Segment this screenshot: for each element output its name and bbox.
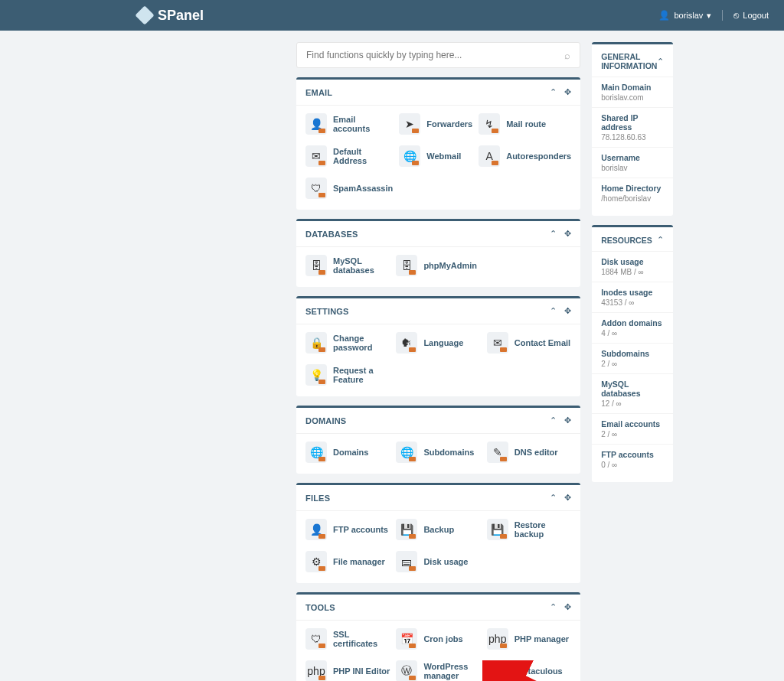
item-ftp-accounts[interactable]: 👤FTP accounts (305, 519, 390, 540)
user-menu[interactable]: 👤 borislav ▾ (658, 10, 711, 21)
collapse-icon[interactable]: ⌃ (550, 602, 557, 612)
item-default-address[interactable]: ✉Default Address (305, 145, 393, 167)
envelope-icon: ✉ (305, 145, 327, 167)
move-icon[interactable]: ✥ (564, 493, 571, 503)
database-icon: 🗄 (305, 255, 327, 276)
auto-icon: A (479, 145, 500, 167)
item-domains[interactable]: 🌐Domains (305, 442, 390, 463)
row-mysql-dbs: MySQL databases12 / ∞ (592, 373, 673, 413)
header-actions: 👤 borislav ▾ ⎋ Logout (658, 10, 769, 21)
sub-globe-icon: 🌐 (396, 442, 417, 463)
softaculous-icon: ▣ (487, 660, 508, 681)
wordpress-icon: Ⓦ (396, 660, 417, 681)
header: SPanel 👤 borislav ▾ ⎋ Logout (0, 0, 784, 31)
panel-databases: DATABASES ⌃✥ 🗄MySQL databases 🗄phpMyAdmi… (296, 219, 580, 287)
mail-icon: ✉ (487, 332, 508, 354)
collapse-icon[interactable]: ⌃ (657, 235, 664, 245)
collapse-icon[interactable]: ⌃ (550, 87, 557, 97)
item-mysql-databases[interactable]: 🗄MySQL databases (305, 255, 390, 276)
item-cron-jobs[interactable]: 📅Cron jobs (396, 628, 480, 650)
shield-icon: 🛡 (305, 178, 327, 199)
brand-text: SPanel (158, 8, 204, 24)
move-icon[interactable]: ✥ (564, 306, 571, 316)
item-mail-route[interactable]: ↯Mail route (479, 113, 571, 135)
item-webmail[interactable]: 🌐Webmail (399, 145, 472, 167)
panel-title: TOOLS (305, 603, 335, 612)
row-ftp-accounts: FTP accounts0 / ∞ (592, 444, 673, 474)
item-ssl-certificates[interactable]: 🛡SSL certificates (305, 628, 390, 650)
row-home-dir: Home Directory/home/borislav (592, 178, 673, 208)
panel-title: DATABASES (305, 230, 358, 239)
panel-email: EMAIL ⌃ ✥ 👤Email accounts ➤Forwarders ↯M… (296, 77, 580, 210)
edit-icon: ✎ (487, 442, 508, 463)
chevron-down-icon: ▾ (707, 11, 711, 21)
lock-icon: 🔒 (305, 332, 327, 354)
item-request-feature[interactable]: 💡Request a Feature (305, 364, 390, 386)
language-icon: 🗣 (396, 332, 417, 354)
panel-title: FILES (305, 494, 330, 503)
row-username: Usernameborislav (592, 147, 673, 178)
php-icon: php (487, 628, 508, 650)
panel-settings: SETTINGS ⌃✥ 🔒Change password 🗣Language ✉… (296, 296, 580, 396)
backup-icon: 💾 (396, 519, 417, 540)
collapse-icon[interactable]: ⌃ (550, 415, 557, 425)
move-icon[interactable]: ✥ (564, 229, 571, 239)
item-file-manager[interactable]: ⚙File manager (305, 551, 390, 572)
globe-mail-icon: 🌐 (399, 145, 420, 167)
row-main-domain: Main Domainborislav.com (592, 77, 673, 107)
item-php-ini-editor[interactable]: phpPHP INI Editor (305, 660, 390, 681)
row-email-accounts: Email accounts2 / ∞ (592, 413, 673, 444)
item-language[interactable]: 🗣Language (396, 332, 480, 354)
phpmyadmin-icon: 🗄 (396, 255, 417, 276)
move-icon[interactable]: ✥ (564, 87, 571, 97)
separator (722, 10, 723, 21)
panel-header: EMAIL ⌃ ✥ (296, 80, 580, 106)
collapse-icon[interactable]: ⌃ (550, 229, 557, 239)
search-box[interactable]: ⌕ (296, 42, 580, 68)
item-restore-backup[interactable]: 💾Restore backup (487, 519, 571, 540)
move-icon[interactable]: ✥ (564, 415, 571, 425)
item-wordpress-manager[interactable]: ⓌWordPress manager (396, 660, 480, 681)
collapse-icon[interactable]: ⌃ (550, 306, 557, 316)
search-input[interactable] (306, 50, 564, 60)
item-softaculous[interactable]: ▣Softaculous (487, 660, 571, 681)
disk-icon: 🖴 (396, 551, 417, 572)
ftp-icon: 👤 (305, 519, 327, 540)
collapse-icon[interactable]: ⌃ (657, 57, 664, 67)
logout-label: Logout (743, 11, 769, 20)
panel-title: DOMAINS (305, 416, 346, 425)
route-icon: ↯ (479, 113, 500, 135)
side-title: RESOURCES (601, 236, 652, 245)
item-contact-email[interactable]: ✉Contact Email (487, 332, 571, 354)
item-disk-usage[interactable]: 🖴Disk usage (396, 551, 480, 572)
row-addon-domains: Addon domains4 / ∞ (592, 312, 673, 343)
item-phpmyadmin[interactable]: 🗄phpMyAdmin (396, 255, 480, 276)
panel-title: SETTINGS (305, 307, 349, 316)
logout-icon: ⎋ (733, 10, 739, 21)
item-subdomains[interactable]: 🌐Subdomains (396, 442, 480, 463)
collapse-icon[interactable]: ⌃ (550, 493, 557, 503)
item-php-manager[interactable]: phpPHP manager (487, 628, 571, 650)
brand: SPanel (138, 8, 204, 24)
search-icon: ⌕ (564, 50, 570, 61)
item-backup[interactable]: 💾Backup (396, 519, 480, 540)
item-dns-editor[interactable]: ✎DNS editor (487, 442, 571, 463)
globe-icon: 🌐 (305, 442, 327, 463)
logout-link[interactable]: ⎋ Logout (733, 10, 769, 21)
move-icon[interactable]: ✥ (564, 602, 571, 612)
item-spamassassin[interactable]: 🛡SpamAssassin (305, 178, 393, 199)
row-shared-ip: Shared IP address78.128.60.63 (592, 107, 673, 147)
item-email-accounts[interactable]: 👤Email accounts (305, 113, 393, 135)
row-disk-usage: Disk usage1884 MB / ∞ (592, 251, 673, 282)
sidebar-resources: RESOURCES ⌃ Disk usage1884 MB / ∞ Inodes… (592, 225, 673, 482)
item-autoresponders[interactable]: AAutoresponders (479, 145, 571, 167)
row-subdomains: Subdomains2 / ∞ (592, 343, 673, 373)
gear-icon: ⚙ (305, 551, 327, 572)
restore-icon: 💾 (487, 519, 508, 540)
item-change-password[interactable]: 🔒Change password (305, 332, 390, 354)
user-icon: 👤 (658, 10, 670, 21)
user-mail-icon: 👤 (305, 113, 327, 135)
row-inodes: Inodes usage43153 / ∞ (592, 282, 673, 312)
item-forwarders[interactable]: ➤Forwarders (399, 113, 472, 135)
ssl-icon: 🛡 (305, 628, 327, 650)
